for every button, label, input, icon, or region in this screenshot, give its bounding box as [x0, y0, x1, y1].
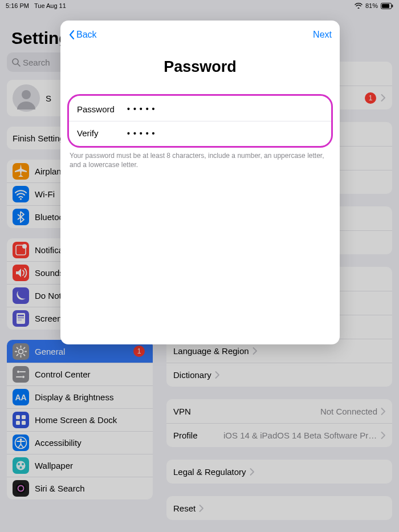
password-modal: Back Next Password Password ••••• Verify… [60, 21, 340, 344]
password-label: Password [77, 104, 127, 114]
password-box-highlight: Password ••••• Verify ••••• [67, 94, 333, 148]
next-label: Next [313, 30, 332, 39]
verify-label: Verify [77, 128, 127, 138]
password-hint: Your password must be at least 8 charact… [60, 148, 340, 169]
chevron-left-icon [68, 30, 75, 40]
next-button[interactable]: Next [313, 30, 332, 40]
verify-row[interactable]: Verify ••••• [69, 121, 331, 145]
modal-header: Back Next [60, 21, 340, 49]
modal-title: Password [60, 58, 340, 76]
password-row[interactable]: Password ••••• [69, 97, 331, 121]
verify-value: ••••• [127, 129, 158, 138]
back-label: Back [76, 30, 97, 40]
password-value: ••••• [127, 104, 158, 113]
back-button[interactable]: Back [68, 30, 97, 40]
